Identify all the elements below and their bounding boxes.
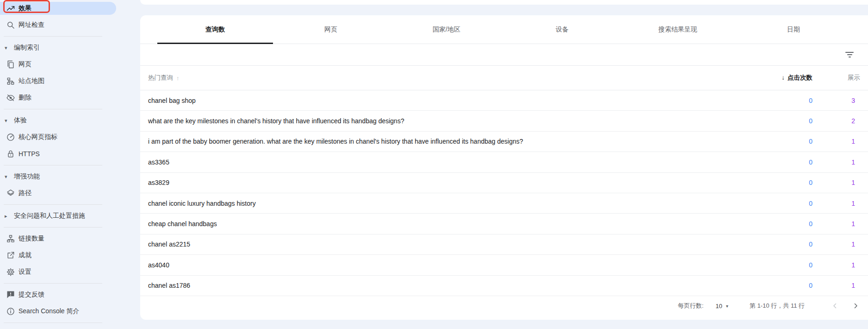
impressions-cell: 1 [763, 200, 855, 207]
pagination-range-label: 第 1-10 行，共 11 行 [750, 302, 805, 310]
table-header-row: 热门查询 ↑ ↓点击次数 展示 [140, 66, 868, 90]
query-cell: chanel as2215 [148, 240, 190, 248]
impressions-cell: 1 [763, 282, 855, 289]
sidebar-item-pages[interactable]: 网页 [0, 56, 116, 73]
query-cell: as3829 [148, 179, 169, 186]
table-row[interactable]: what are the key milestones in chanel's … [140, 111, 868, 131]
next-page-button[interactable] [850, 300, 861, 311]
sort-ascending-icon: ↑ [176, 75, 180, 82]
sidebar-divider [4, 36, 102, 37]
column-header-top-queries[interactable]: 热门查询 ↑ [148, 74, 180, 82]
sidebar-item-label: 链接数量 [19, 234, 44, 243]
sidebar-item-removals[interactable]: 删除 [0, 89, 116, 106]
query-cell: as3365 [148, 158, 169, 166]
tab-search-appearance[interactable]: 搜索结果呈现 [620, 15, 736, 44]
pages-icon [6, 60, 15, 69]
rows-per-page-dropdown-icon[interactable]: ▾ [726, 304, 728, 309]
impressions-cell: 2 [763, 117, 855, 125]
caret-right-icon: ▸ [5, 213, 7, 219]
impressions-cell: 1 [763, 138, 855, 145]
column-header-impressions[interactable]: 展示 [848, 74, 860, 82]
sidebar-section-enhancements[interactable]: ▾增强功能 [0, 168, 116, 185]
tab-queries[interactable]: 查询数 [157, 15, 273, 44]
tab-devices[interactable]: 设备 [504, 15, 620, 44]
sidebar-section-label: 编制索引 [14, 44, 40, 52]
sidebar-item-feedback[interactable]: 提交反馈 [0, 286, 116, 303]
sidebar-item-label: Search Console 简介 [19, 307, 80, 316]
caret-down-icon: ▾ [5, 174, 7, 180]
sidebar-item-sitemaps[interactable]: 站点地图 [0, 73, 116, 89]
table-row[interactable]: chanel as221501 [140, 234, 868, 255]
filter-list-icon[interactable] [845, 51, 854, 59]
query-cell: chanel iconic luxury handbags history [148, 200, 256, 207]
impressions-cell: 1 [763, 158, 855, 166]
sidebar-item-label: 核心网页指标 [19, 133, 57, 141]
sitemap-icon [6, 76, 15, 86]
open-new-icon [6, 251, 15, 260]
sidebar-item-label: HTTPS [19, 150, 40, 158]
sidebar-item-label: 成就 [19, 251, 31, 259]
sidebar-item-label: 路径 [19, 189, 31, 197]
impressions-cell: 1 [763, 261, 855, 269]
dimension-tabs: 查询数网页国家/地区设备搜索结果呈现日期 [140, 15, 868, 44]
sidebar-item-settings[interactable]: 设置 [0, 264, 116, 280]
sidebar-item-https[interactable]: HTTPS [0, 146, 116, 162]
chevron-left-icon [831, 302, 839, 310]
tab-dates[interactable]: 日期 [736, 15, 851, 44]
sidebar-section-label: 增强功能 [14, 172, 40, 181]
sidebar-divider [4, 227, 102, 228]
sidebar-item-core-web-vitals[interactable]: 核心网页指标 [0, 129, 116, 146]
sidebar-item-performance[interactable]: 效果 [0, 0, 116, 17]
caret-down-icon: ▾ [5, 45, 7, 51]
sidebar-item-label: 提交反馈 [19, 291, 44, 299]
sidebar-item-label: 设置 [19, 268, 31, 276]
table-row[interactable]: chanel iconic luxury handbags history01 [140, 193, 868, 214]
sidebar-item-label: 删除 [19, 94, 31, 102]
rows-per-page-value[interactable]: 10 [716, 303, 722, 310]
sort-descending-icon: ↓ [781, 74, 785, 81]
gear-icon [6, 267, 15, 277]
performance-table-card: 查询数网页国家/地区设备搜索结果呈现日期 热门查询 ↑ ↓点击次数 展示 cha… [140, 15, 868, 320]
impressions-cell: 1 [763, 240, 855, 248]
top-queries-label: 热门查询 [148, 74, 173, 82]
previous-card-bottom-strip [140, 0, 868, 5]
sidebar-section-label: 安全问题和人工处置措施 [14, 212, 85, 220]
caret-down-icon: ▾ [5, 118, 7, 124]
sidebar-item-links[interactable]: 链接数量 [0, 230, 116, 247]
clicks-label: 点击次数 [787, 74, 812, 81]
impressions-cell: 1 [763, 220, 855, 228]
pagination-bar: 每页行数: 10 ▾ 第 1-10 行，共 11 行 [140, 292, 868, 320]
layers-icon [6, 189, 15, 198]
sidebar-item-breadcrumbs[interactable]: 路径 [0, 185, 116, 202]
info-icon [6, 307, 15, 316]
table-row[interactable]: chanel bag shop03 [140, 90, 868, 111]
sidebar-divider [4, 204, 102, 205]
query-cell: i am part of the baby boomer generation.… [148, 138, 523, 145]
sidebar-item-about[interactable]: Search Console 简介 [0, 303, 116, 320]
sidebar-item-label: 网页 [19, 60, 31, 69]
table-row[interactable]: cheap chanel handbags01 [140, 214, 868, 234]
search-icon [6, 20, 15, 30]
filter-row [140, 44, 868, 66]
eye-off-icon [6, 93, 15, 102]
sidebar-item-url-inspection[interactable]: 网址检查 [0, 17, 116, 33]
sidebar-section-experience[interactable]: ▾体验 [0, 112, 116, 129]
table-row[interactable]: as382901 [140, 173, 868, 193]
column-header-clicks[interactable]: ↓点击次数 [720, 74, 812, 82]
sidebar-section-indexing[interactable]: ▾编制索引 [0, 39, 116, 56]
table-row[interactable]: i am part of the baby boomer generation.… [140, 132, 868, 152]
sidebar-section-label: 体验 [14, 116, 27, 125]
tab-countries[interactable]: 国家/地区 [389, 15, 504, 44]
gauge-icon [6, 133, 15, 142]
previous-page-button[interactable] [830, 300, 841, 311]
tab-pages[interactable]: 网页 [273, 15, 389, 44]
table-row[interactable]: as336501 [140, 152, 868, 172]
feedback-icon [6, 290, 15, 299]
table-row[interactable]: as404001 [140, 255, 868, 275]
sidebar-item-achievements[interactable]: 成就 [0, 247, 116, 264]
sidebar-section-security-and-manual-actions[interactable]: ▸安全问题和人工处置措施 [0, 208, 116, 224]
sidebar-item-label: 站点地图 [19, 77, 44, 85]
sidebar-item-label: 网址检查 [19, 21, 44, 29]
table-body: chanel bag shop03what are the key milest… [140, 90, 868, 296]
rows-per-page-label: 每页行数: [678, 302, 704, 310]
